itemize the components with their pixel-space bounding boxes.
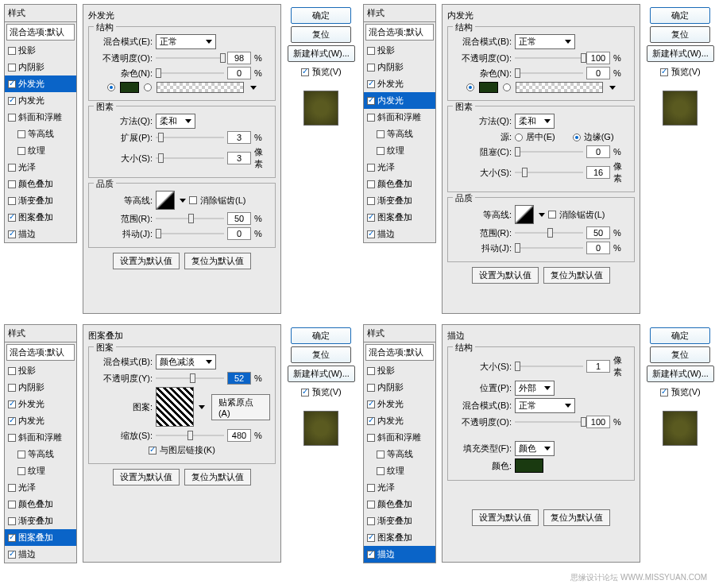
style-item-satin[interactable]: 光泽 <box>5 159 76 176</box>
style-item-bevel[interactable]: 斜面和浮雕 <box>5 109 76 126</box>
radio-gradient[interactable] <box>144 83 152 91</box>
styles-panel-2: 样式 混合选项:默认 投影 内阴影 外发光 内发光 斜面和浮雕 等高线 纹理 光… <box>363 4 436 243</box>
cb-link[interactable] <box>149 447 157 455</box>
color-swatch[interactable] <box>120 82 139 93</box>
ok-button[interactable]: 确定 <box>291 7 351 24</box>
params-panel-1: 外发光 结构 混合模式(E):正常 不透明度(O):98% 杂色(N):0% 图… <box>83 4 281 314</box>
group-elements: 图素 方法(Q):柔和 扩展(P):3% 大小(S):3像素 <box>88 106 276 178</box>
radio-center[interactable] <box>515 133 523 141</box>
btn-set-default[interactable]: 设置为默认值 <box>113 253 180 269</box>
pattern-preview[interactable] <box>156 387 194 427</box>
slider-range[interactable] <box>156 213 224 224</box>
dd-blendmode[interactable]: 正常 <box>156 34 216 49</box>
input-noise[interactable]: 0 <box>227 67 251 79</box>
style-item-innerglow[interactable]: 内发光 <box>5 92 76 109</box>
params-panel-4: 描边 结构 大小(S):1像素 位置(P):外部 混合模式(B):正常 不透明度… <box>442 324 640 563</box>
style-item-innerglow-sel[interactable]: 内发光 <box>364 92 435 109</box>
input-jitter[interactable]: 0 <box>227 227 251 240</box>
input-range[interactable]: 50 <box>227 212 251 225</box>
slider-size[interactable] <box>156 153 224 164</box>
panel-title: 外发光 <box>88 10 276 21</box>
stroke-color[interactable] <box>515 458 543 473</box>
style-item-stroke[interactable]: 描边 <box>5 226 76 242</box>
lbl-blendmode: 混合模式(E): <box>94 36 153 48</box>
styles-header: 样式 <box>5 5 76 22</box>
style-item-gradoverlay[interactable]: 渐变叠加 <box>5 192 76 209</box>
radio-color[interactable] <box>107 83 115 91</box>
lbl-spread: 扩展(P): <box>94 132 153 144</box>
params-panel-2: 内发光 结构 混合模式(B):正常 不透明度(O):100% 杂色(N):0% … <box>442 4 640 314</box>
button-column-3: 确定 复位 新建样式(W)... 预览(V) <box>288 327 355 446</box>
slider-noise[interactable] <box>156 68 224 79</box>
gradient-swatch[interactable] <box>157 82 244 93</box>
button-column-4: 确定 复位 新建样式(W)... 预览(V) <box>647 327 714 446</box>
styles-panel-4: 样式 混合选项:默认 投影 内阴影 外发光 内发光 斜面和浮雕 等高线 纹理 光… <box>363 324 436 563</box>
slider-jitter[interactable] <box>156 228 224 239</box>
lbl-jitter: 抖动(J): <box>94 228 153 240</box>
input-opacity[interactable]: 98 <box>227 52 251 64</box>
style-item-texture[interactable]: 纹理 <box>5 142 76 159</box>
blend-options[interactable]: 混合选项:默认 <box>6 24 75 41</box>
style-item-pattern-sel[interactable]: 图案叠加 <box>5 529 76 546</box>
color-swatch-2[interactable] <box>479 82 498 93</box>
button-column-2: 确定 复位 新建样式(W)... 预览(V) <box>647 7 714 126</box>
style-item-contour[interactable]: 等高线 <box>5 126 76 142</box>
lbl-preview: 预览(V) <box>312 66 342 78</box>
preview-swatch <box>303 91 338 126</box>
lbl-opacity: 不透明度(O): <box>94 52 153 64</box>
reset-button[interactable]: 复位 <box>291 26 351 43</box>
lbl-method: 方法(Q): <box>94 115 153 127</box>
styles-panel-3: 样式 混合选项:默认 投影 内阴影 外发光 内发光 斜面和浮雕 等高线 纹理 光… <box>4 324 77 563</box>
style-item-coloroverlay[interactable]: 颜色叠加 <box>5 176 76 192</box>
style-item-outerglow[interactable]: 外发光 <box>5 75 76 92</box>
lbl-source: 源: <box>453 131 512 143</box>
lbl-range: 范围(R): <box>94 213 153 225</box>
newstyle-button[interactable]: 新建样式(W)... <box>288 45 355 62</box>
btn-reset-default[interactable]: 复位为默认值 <box>184 253 251 269</box>
lbl-antialias: 消除锯齿(L) <box>200 195 245 207</box>
params-panel-3: 图案叠加 图案 混合模式(B):颜色减淡 不透明度(Y):52% 图案:贴紧原点… <box>83 324 281 563</box>
group-structure: 结构 混合模式(E):正常 不透明度(O):98% 杂色(N):0% <box>88 26 276 101</box>
style-item-dropshadow[interactable]: 投影 <box>5 42 76 59</box>
dd-method[interactable]: 柔和 <box>156 114 195 129</box>
dd-filltype[interactable]: 颜色 <box>515 441 555 456</box>
group-quality: 品质 等高线:消除锯齿(L) 范围(R):50% 抖动(J):0% <box>88 183 276 248</box>
lbl-size: 大小(S): <box>94 153 153 164</box>
style-item-stroke-sel[interactable]: 描边 <box>364 546 435 563</box>
radio-color-2[interactable] <box>466 83 474 91</box>
input-size[interactable]: 3 <box>227 152 251 164</box>
slider-op-2[interactable] <box>515 52 583 64</box>
cb-antialias[interactable] <box>189 196 197 204</box>
slider-opacity[interactable] <box>156 52 224 64</box>
dd-mode-2[interactable]: 正常 <box>515 34 575 49</box>
styles-panel-1: 样式 混合选项:默认 投影 内阴影 外发光 内发光 斜面和浮雕 等高线 纹理 光… <box>4 4 77 243</box>
button-column-1: 确定 复位 新建样式(W)... 预览(V) <box>288 7 355 126</box>
lbl-contour: 等高线: <box>94 195 153 207</box>
btn-snap[interactable]: 贴紧原点(A) <box>211 394 270 420</box>
radio-edge[interactable] <box>573 133 581 141</box>
watermark: 思缘设计论坛 WWW.MISSYUAN.COM <box>570 572 707 583</box>
cb-preview[interactable] <box>301 68 309 76</box>
style-item-patternoverlay[interactable]: 图案叠加 <box>5 209 76 226</box>
style-item-innershadow[interactable]: 内阴影 <box>5 59 76 75</box>
slider-spread[interactable] <box>156 132 224 143</box>
input-spread[interactable]: 3 <box>227 131 251 144</box>
contour-preview[interactable] <box>156 191 175 210</box>
lbl-noise: 杂色(N): <box>94 68 153 79</box>
